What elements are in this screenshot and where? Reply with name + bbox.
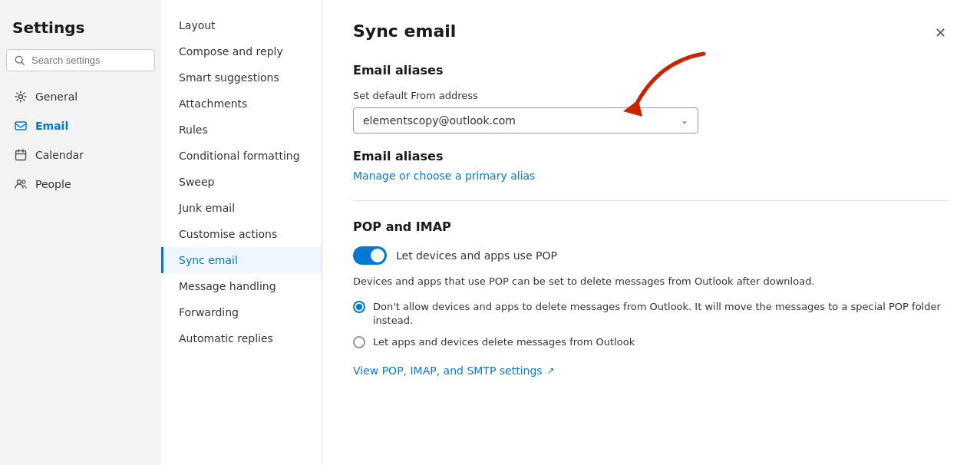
- email-aliases-heading: Email aliases: [353, 63, 949, 78]
- pop-description: Devices and apps that use POP can be set…: [353, 274, 949, 289]
- svg-rect-4: [16, 151, 26, 160]
- email-from-dropdown[interactable]: elementscopy@outlook.com ⌄: [353, 107, 698, 134]
- middle-nav-layout[interactable]: Layout: [161, 12, 322, 38]
- settings-icon: [14, 90, 28, 104]
- app-title: Settings: [6, 12, 155, 46]
- svg-point-2: [19, 95, 23, 99]
- radio-dont-allow-label: Don't allow devices and apps to delete m…: [373, 300, 949, 328]
- radio-dont-allow-circle: [353, 301, 365, 313]
- toggle-knob: [371, 249, 384, 262]
- pop-imap-section: POP and IMAP Let devices and apps use PO…: [353, 219, 949, 377]
- sidebar-item-people-label: People: [35, 178, 71, 190]
- search-input[interactable]: [31, 54, 147, 66]
- sidebar-item-people[interactable]: People: [6, 171, 155, 197]
- svg-point-8: [18, 180, 21, 184]
- people-icon: [14, 177, 28, 191]
- email-aliases-section: Email aliases Set default From address e…: [353, 63, 949, 182]
- sidebar: Settings General Email: [0, 0, 161, 465]
- pop-imap-heading: POP and IMAP: [353, 219, 949, 234]
- main-header: Sync email ✕: [353, 21, 949, 45]
- sidebar-item-calendar-label: Calendar: [35, 149, 84, 161]
- email-from-value: elementscopy@outlook.com: [363, 114, 516, 127]
- aliases-subheading: Email aliases: [353, 149, 949, 163]
- pop-toggle[interactable]: [353, 246, 387, 265]
- middle-nav-conditional-formatting[interactable]: Conditional formatting: [161, 143, 322, 169]
- middle-nav-sync-email[interactable]: Sync email: [161, 247, 322, 273]
- middle-nav: Layout Compose and reply Smart suggestio…: [161, 0, 322, 465]
- pop-radio-group: Don't allow devices and apps to delete m…: [353, 300, 949, 350]
- sidebar-item-calendar[interactable]: Calendar: [6, 142, 155, 168]
- middle-nav-smart-suggestions[interactable]: Smart suggestions: [161, 64, 322, 91]
- middle-nav-sweep[interactable]: Sweep: [161, 169, 322, 195]
- middle-nav-rules[interactable]: Rules: [161, 117, 322, 143]
- email-icon: [14, 119, 28, 133]
- page-title: Sync email: [353, 21, 456, 41]
- section-divider: [353, 200, 949, 201]
- sidebar-item-general[interactable]: General: [6, 84, 155, 110]
- search-box[interactable]: [6, 49, 155, 71]
- chevron-down-icon: ⌄: [681, 115, 688, 126]
- svg-point-9: [22, 180, 25, 183]
- view-smtp-link[interactable]: View POP, IMAP, and SMTP settings ↗: [353, 364, 949, 377]
- radio-allow-delete-circle: [353, 336, 365, 348]
- search-icon: [15, 55, 25, 66]
- middle-nav-attachments[interactable]: Attachments: [161, 91, 322, 117]
- pop-toggle-label: Let devices and apps use POP: [396, 249, 557, 262]
- sidebar-item-email[interactable]: Email: [6, 113, 155, 139]
- sidebar-item-general-label: General: [35, 91, 78, 103]
- main-content: Sync email ✕ Email aliases Set default F…: [322, 0, 980, 465]
- radio-dont-allow[interactable]: Don't allow devices and apps to delete m…: [353, 300, 949, 328]
- middle-nav-compose-reply[interactable]: Compose and reply: [161, 38, 322, 64]
- external-link-icon: ↗: [547, 365, 555, 376]
- svg-line-1: [21, 62, 24, 64]
- middle-nav-forwarding[interactable]: Forwarding: [161, 299, 322, 325]
- middle-nav-junk-email[interactable]: Junk email: [161, 195, 322, 221]
- svg-rect-3: [15, 122, 26, 130]
- view-smtp-link-text: View POP, IMAP, and SMTP settings: [353, 364, 543, 377]
- middle-nav-customise-actions[interactable]: Customise actions: [161, 221, 322, 247]
- middle-nav-message-handling[interactable]: Message handling: [161, 273, 322, 299]
- set-default-label: Set default From address: [353, 90, 949, 101]
- radio-allow-delete-label: Let apps and devices delete messages fro…: [373, 335, 635, 349]
- close-button[interactable]: ✕: [932, 21, 949, 45]
- calendar-icon: [14, 148, 28, 162]
- radio-allow-delete[interactable]: Let apps and devices delete messages fro…: [353, 335, 949, 349]
- manage-alias-link[interactable]: Manage or choose a primary alias: [353, 170, 535, 182]
- middle-nav-automatic-replies[interactable]: Automatic replies: [161, 325, 322, 351]
- pop-toggle-row: Let devices and apps use POP: [353, 246, 949, 265]
- sidebar-item-email-label: Email: [35, 120, 68, 132]
